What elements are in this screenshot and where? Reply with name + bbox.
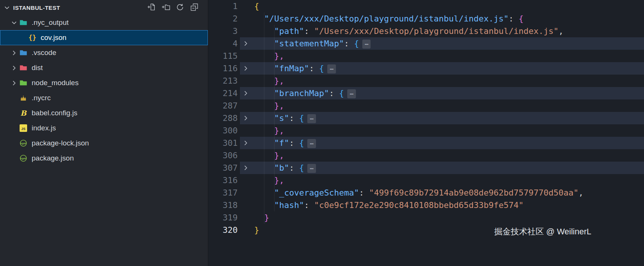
fold-gutter [240,211,251,224]
fold-gutter [240,174,251,187]
fold-gutter [240,50,251,62]
line-number: 115 [208,50,240,62]
line-number: 213 [208,75,240,87]
tree-item-label: .nyc_output [32,18,69,27]
fold-gutter [240,75,251,87]
code-line-214: 214 "branchMap": {⋯ [208,87,644,99]
tree-item-index-js[interactable]: JSindex.js [0,121,208,136]
tree-item-node-modules[interactable]: node_modules [0,75,208,90]
npm-icon: npm [19,154,27,162]
refresh-explorer-button[interactable] [175,3,185,12]
explorer-section-header[interactable]: ISTANBUL-TEST [0,0,208,15]
tree-item-cov-json[interactable]: {}cov.json [0,30,208,45]
code-text: } [251,224,259,236]
new-file-button[interactable] [147,3,156,12]
npm-icon: npm [19,139,27,147]
code-text: }, [251,149,284,162]
chevron-right-icon[interactable] [9,49,18,57]
line-number: 4 [208,37,240,50]
code-text: } [251,211,269,224]
fold-chevron-icon[interactable] [240,162,251,174]
tree-item-label: .nycrc [32,94,51,102]
folder-icon [19,49,27,57]
fold-gutter [240,12,251,25]
code-line-3: 3 "path": "/Users/xxx/Desktop/playground… [208,25,644,37]
fold-gutter [240,224,251,236]
svg-text:JS: JS [21,127,25,131]
chevron-down-icon [4,4,11,11]
vscode-window: ISTANBUL-TEST .nyc_output{}cov.json.vsco… [0,0,644,266]
project-title: ISTANBUL-TEST [13,5,147,11]
code-text: { [251,0,259,12]
collapse-folders-button[interactable] [190,3,199,12]
chevron-right-icon[interactable] [9,64,18,72]
indent-spacer [9,154,18,162]
tree-item-package-lock-json[interactable]: npmpackage-lock.json [0,136,208,151]
fold-chevron-icon[interactable] [240,62,251,75]
editor-pane: 1{2 "/Users/xxx/Desktop/playground/istan… [208,0,644,266]
indent-spacer [18,34,27,41]
watermark: 掘金技术社区 @ WeilinerL [494,226,591,237]
folder-icon [19,64,27,72]
tree-item-nycrc[interactable]: .nycrc [0,90,208,105]
code-line-116: 116 "fnMap": {⋯ [208,62,644,75]
code-text: "b": {⋯ [251,162,316,174]
line-number: 307 [208,162,240,174]
code-line-4: 4 "statementMap": {⋯ [208,37,644,50]
line-number: 214 [208,87,240,99]
indent-spacer [9,94,18,102]
line-number: 1 [208,0,240,12]
tree-item-label: dist [32,64,43,72]
line-number: 116 [208,62,240,75]
code-text: "branchMap": {⋯ [251,87,356,99]
tree-item-nyc-output[interactable]: .nyc_output [0,15,208,30]
line-number: 306 [208,149,240,162]
code-text: "s": {⋯ [251,112,316,124]
line-number: 317 [208,187,240,199]
new-file-icon [147,3,156,12]
new-folder-button[interactable] [161,3,170,12]
code-line-307: 307 "b": {⋯ [208,162,644,174]
fold-chevron-icon[interactable] [240,137,251,149]
code-line-316: 316 }, [208,174,644,187]
fold-chevron-icon[interactable] [240,37,251,50]
tree-item-package-json[interactable]: npmpackage.json [0,151,208,166]
code-lines: 1{2 "/Users/xxx/Desktop/playground/istan… [208,0,644,236]
code-line-301: 301 "f": {⋯ [208,137,644,149]
tree-item-label: index.js [32,124,56,132]
tree-item-label: package.json [32,154,74,162]
fold-gutter [240,149,251,162]
code-text: "f": {⋯ [251,137,316,149]
folder-icon [19,18,27,27]
line-number: 319 [208,211,240,224]
code-line-213: 213 }, [208,75,644,87]
chevron-right-icon[interactable] [9,79,18,87]
new-folder-icon [162,3,170,12]
file-tree: .nyc_output{}cov.json.vscodedistnode_mod… [0,15,208,166]
code-text: "statementMap": {⋯ [251,37,371,50]
fold-gutter [240,187,251,199]
code-text: "path": "/Users/xxx/Desktop/playground/i… [251,25,563,37]
fold-gutter [240,0,251,12]
json-braces-icon: {} [28,34,37,42]
line-number: 288 [208,112,240,124]
code-text: "_coverageSchema": "499f69c89b72914ab9e0… [251,187,583,199]
code-line-318: 318 "hash": "c0e9cf172e2e290c8410108bbeb… [208,199,644,211]
code-line-319: 319 } [208,211,644,224]
code-text: "/Users/xxx/Desktop/playground/istanbul/… [251,12,523,25]
fold-chevron-icon[interactable] [240,112,251,124]
tree-item-vscode[interactable]: .vscode [0,45,208,60]
tree-item-babel-config-js[interactable]: Bbabel.config.js [0,105,208,121]
js-icon: JS [19,124,27,132]
code-text: }, [251,174,284,187]
line-number: 320 [208,224,240,236]
code-text: }, [251,75,284,87]
chevron-down-icon[interactable] [9,19,18,26]
tree-item-dist[interactable]: dist [0,60,208,75]
fold-gutter [240,25,251,37]
tree-item-label: cov.json [41,34,66,42]
fold-chevron-icon[interactable] [240,87,251,99]
line-number: 316 [208,174,240,187]
code-line-300: 300 }, [208,124,644,137]
babel-icon: B [19,109,27,117]
